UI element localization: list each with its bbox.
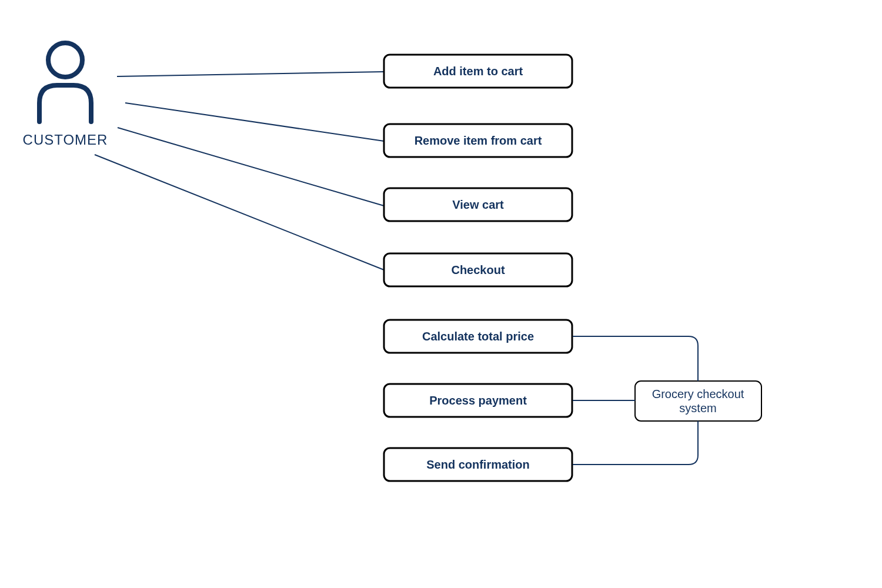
svg-text:Calculate total price: Calculate total price (422, 330, 534, 343)
svg-text:Process payment: Process payment (429, 394, 527, 407)
use-case-diagram: CUSTOMER Add item to cart Remove item fr… (0, 0, 882, 588)
svg-line-1 (117, 72, 384, 76)
svg-text:Remove item from cart: Remove item from cart (415, 134, 542, 147)
actor-connectors (95, 72, 384, 270)
use-case-checkout: Checkout (384, 253, 572, 286)
use-case-send-confirmation: Send confirmation (384, 448, 572, 481)
use-case-boxes: Add item to cart Remove item from cart V… (384, 55, 572, 481)
use-case-add-item: Add item to cart (384, 55, 572, 88)
svg-text:View cart: View cart (452, 198, 504, 211)
svg-text:Send confirmation: Send confirmation (426, 458, 530, 471)
svg-line-4 (95, 155, 384, 270)
actor-label: CUSTOMER (23, 132, 108, 148)
svg-text:Grocery checkout: Grocery checkout (652, 387, 744, 400)
customer-icon (39, 43, 91, 122)
use-case-view-cart: View cart (384, 188, 572, 221)
use-case-process-payment: Process payment (384, 384, 572, 417)
svg-point-0 (48, 43, 82, 77)
svg-line-2 (125, 103, 384, 141)
use-case-calculate-total: Calculate total price (384, 320, 572, 353)
system-box: Grocery checkout system (635, 381, 761, 421)
svg-text:Add item to cart: Add item to cart (433, 65, 523, 78)
svg-line-3 (118, 128, 384, 206)
svg-text:Checkout: Checkout (451, 263, 505, 276)
svg-text:system: system (679, 402, 716, 415)
use-case-remove-item: Remove item from cart (384, 124, 572, 157)
